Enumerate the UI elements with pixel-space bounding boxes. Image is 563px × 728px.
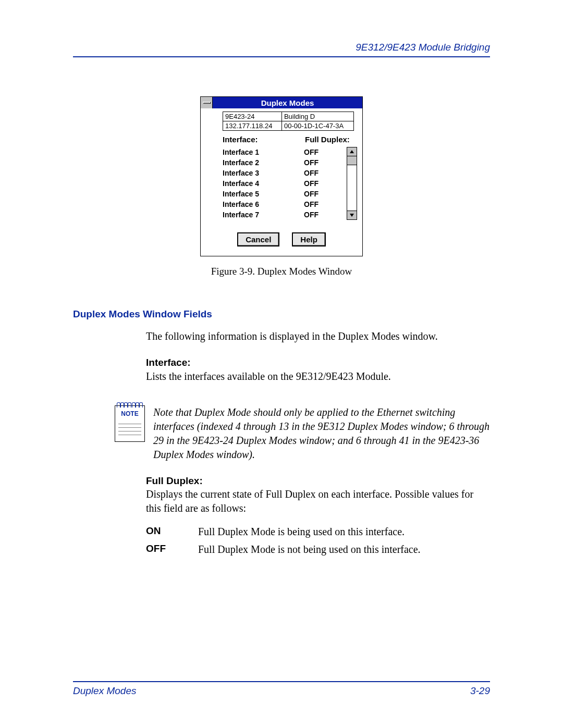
system-menu-icon[interactable] xyxy=(201,97,213,108)
iface-state: OFF xyxy=(304,157,346,168)
note-badge-label: NOTE xyxy=(115,410,144,417)
section-heading: Duplex Modes Window Fields xyxy=(73,309,490,320)
device-ip-cell: 132.177.118.24 xyxy=(223,121,282,131)
col-fullduplex-label: Full Duplex: xyxy=(305,135,357,144)
note-text: Note that Duplex Mode should only be app… xyxy=(153,405,490,462)
field-interface-text: Lists the interfaces available on the 9E… xyxy=(146,369,490,384)
scroll-up-icon[interactable] xyxy=(347,147,357,156)
col-interface-label: Interface: xyxy=(223,135,305,144)
interface-list[interactable]: Interface 1OFF Interface 2OFF Interface … xyxy=(223,147,346,220)
dialog-titlebar: Duplex Modes xyxy=(201,97,362,108)
iface-label: Interface 4 xyxy=(223,178,304,189)
list-scrollbar[interactable] xyxy=(347,147,357,220)
iface-label: Interface 1 xyxy=(223,147,304,157)
value-desc: Full Duplex Mode is not being used on th… xyxy=(198,540,421,558)
list-item: Interface 5OFF xyxy=(223,189,346,199)
value-row: OFF Full Duplex Mode is not being used o… xyxy=(146,540,490,558)
iface-label: Interface 2 xyxy=(223,157,304,168)
value-row: ON Full Duplex Mode is being used on thi… xyxy=(146,523,490,540)
note-icon: NOTE xyxy=(115,405,144,442)
list-item: Interface 6OFF xyxy=(223,199,346,209)
device-info-grid: 9E423-24 Building D 132.177.118.24 00-00… xyxy=(223,112,354,131)
intro-paragraph: The following information is displayed i… xyxy=(146,329,490,343)
field-interface-title: Interface: xyxy=(146,356,490,369)
header-rule xyxy=(73,56,490,57)
value-desc: Full Duplex Mode is being used on this i… xyxy=(198,523,405,540)
dialog-title: Duplex Modes xyxy=(213,98,362,107)
iface-state: OFF xyxy=(304,178,346,189)
scroll-thumb[interactable] xyxy=(347,156,357,165)
device-model-cell: 9E423-24 xyxy=(223,112,282,121)
footer-left: Duplex Modes xyxy=(73,685,136,697)
iface-state: OFF xyxy=(304,209,346,220)
list-item: Interface 4OFF xyxy=(223,178,346,189)
help-button[interactable]: Help xyxy=(292,232,326,246)
iface-state: OFF xyxy=(304,189,346,199)
device-name-cell: Building D xyxy=(282,112,353,121)
figure-caption: Figure 3-9. Duplex Modes Window xyxy=(211,266,352,277)
iface-state: OFF xyxy=(304,168,346,178)
iface-label: Interface 7 xyxy=(223,209,304,220)
footer-right: 3-29 xyxy=(470,685,490,697)
scroll-track[interactable] xyxy=(347,165,357,211)
value-key: OFF xyxy=(146,540,198,558)
iface-state: OFF xyxy=(304,199,346,209)
list-item: Interface 2OFF xyxy=(223,157,346,168)
iface-state: OFF xyxy=(304,147,346,157)
field-fullduplex-text: Displays the current state of Full Duple… xyxy=(146,487,490,515)
list-item: Interface 3OFF xyxy=(223,168,346,178)
iface-label: Interface 6 xyxy=(223,199,304,209)
duplex-modes-dialog: Duplex Modes 9E423-24 Building D 132.177… xyxy=(200,96,363,256)
cancel-button[interactable]: Cancel xyxy=(237,232,279,246)
iface-label: Interface 3 xyxy=(223,168,304,178)
iface-label: Interface 5 xyxy=(223,189,304,199)
footer-rule xyxy=(73,681,490,682)
list-header: Interface: Full Duplex: xyxy=(223,135,357,144)
device-mac-cell: 00-00-1D-1C-47-3A xyxy=(282,121,353,131)
list-item: Interface 1OFF xyxy=(223,147,346,157)
scroll-down-icon[interactable] xyxy=(347,211,357,219)
list-item: Interface 7OFF xyxy=(223,209,346,220)
field-fullduplex-title: Full Duplex: xyxy=(146,474,490,488)
value-key: ON xyxy=(146,523,198,540)
page-header-section: 9E312/9E423 Module Bridging xyxy=(73,42,490,53)
